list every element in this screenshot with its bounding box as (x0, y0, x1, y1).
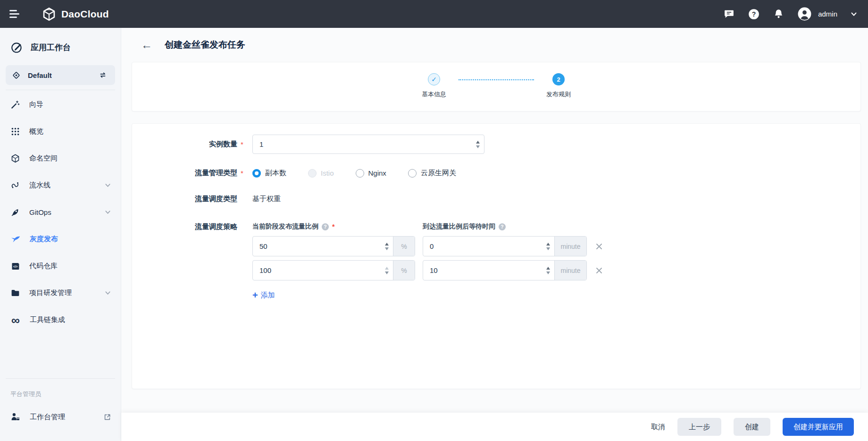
ratio-input[interactable] (253, 261, 381, 280)
user-avatar[interactable] (797, 7, 812, 21)
radio-istio[interactable]: Istio (308, 169, 334, 178)
stepper-down-icon[interactable] (476, 145, 480, 148)
wait-input-group: minute (423, 236, 587, 256)
workspace-name: Default (28, 71, 52, 79)
ratio-column-header: 当前阶段发布流量比例 ? * (252, 222, 415, 231)
number-stepper[interactable] (381, 237, 393, 256)
wait-input-group: minute (423, 260, 587, 280)
stepper-down-icon[interactable] (385, 271, 389, 274)
svg-text:</>: </> (13, 265, 18, 268)
sidebar-item-code-repo[interactable]: </> 代码仓库 (0, 253, 121, 280)
traffic-type-label: 流量管理类型 (132, 169, 237, 178)
schedule-type-value: 基于权重 (252, 195, 281, 204)
svg-text:?: ? (752, 10, 756, 17)
wand-icon (10, 100, 20, 110)
required-asterisk: * (237, 140, 252, 148)
workspace-selector[interactable]: Default (6, 65, 115, 85)
plus-icon: + (252, 290, 258, 300)
external-link-icon[interactable] (103, 413, 111, 421)
policy-table: 当前阶段发布流量比例 ? * 到达流量比例后等待时间 ? (252, 222, 603, 300)
number-stepper[interactable] (472, 135, 484, 153)
page-title: 创建金丝雀发布任务 (165, 39, 245, 51)
ratio-input-group: % (252, 236, 415, 256)
page-header: ← 创建金丝雀发布任务 (121, 28, 868, 62)
radio-icon (408, 169, 417, 178)
help-icon[interactable]: ? (748, 8, 760, 20)
stepper-up-icon[interactable] (385, 243, 389, 246)
remove-row-icon[interactable] (595, 243, 603, 250)
brand-name: DaoCloud (61, 8, 109, 20)
switch-workspace-icon[interactable] (98, 70, 108, 80)
stepper-up-icon[interactable] (546, 267, 550, 270)
stepper-down-icon[interactable] (546, 271, 550, 274)
messages-icon[interactable] (723, 8, 735, 20)
traffic-type-row: 流量管理类型 * 副本数 Istio (132, 169, 860, 178)
topbar: DaoCloud ? (0, 0, 868, 28)
stepper-up-icon[interactable] (385, 267, 389, 270)
schedule-type-label: 流量调度类型 (132, 195, 237, 204)
help-icon[interactable]: ? (499, 223, 506, 230)
number-stepper[interactable] (542, 237, 554, 256)
instance-count-label: 实例数量 (132, 140, 237, 149)
form-card: 实例数量 * 流量管理类型 * (132, 123, 861, 389)
policy-row: % minute (252, 236, 603, 256)
sidebar-item-app-workbench[interactable]: 应用工作台 (0, 28, 121, 63)
stepper-up-icon[interactable] (546, 243, 550, 246)
help-icon[interactable]: ? (322, 223, 329, 230)
create-and-update-button[interactable]: 创建并更新应用 (783, 418, 854, 436)
instance-count-input[interactable] (253, 135, 472, 153)
percent-unit: % (393, 237, 415, 256)
number-stepper[interactable] (381, 261, 393, 280)
radio-nginx[interactable]: Nginx (356, 169, 386, 178)
chevron-down-icon[interactable] (104, 182, 111, 189)
sidebar-item-canary-release[interactable]: 灰度发布 (0, 226, 121, 253)
previous-step-button[interactable]: 上一步 (677, 418, 721, 436)
code-repo-icon: </> (10, 261, 20, 271)
ratio-input[interactable] (253, 237, 381, 256)
user-menu-chevron-icon[interactable] (850, 10, 858, 18)
wait-column-header: 到达流量比例后等待时间 ? (423, 222, 587, 231)
create-button[interactable]: 创建 (734, 418, 770, 436)
wait-input[interactable] (423, 237, 542, 256)
policy-section: 流量调度策略 当前阶段发布流量比例 ? * 到达流量比例后等待时间 (132, 222, 860, 300)
notifications-bell-icon[interactable] (773, 8, 785, 20)
stepper-up-icon[interactable] (476, 141, 480, 144)
radio-replicas[interactable]: 副本数 (252, 169, 286, 178)
remove-row-icon[interactable] (595, 267, 603, 274)
sidebar-item-gitops[interactable]: GitOps (0, 199, 121, 226)
instance-count-input-group (252, 135, 484, 154)
chevron-down-icon[interactable] (104, 289, 111, 297)
schedule-type-row: 流量调度类型 基于权重 (132, 195, 860, 204)
footer-actions: 取消 上一步 创建 创建并更新应用 (121, 413, 868, 441)
number-stepper[interactable] (542, 261, 554, 280)
infinity-icon: ∞ (10, 315, 21, 325)
sidebar-item-toolchain[interactable]: ∞ 工具链集成 (0, 306, 121, 333)
workbench-icon (10, 41, 23, 54)
radio-cloud-native-gateway[interactable]: 云原生网关 (408, 169, 456, 178)
stepper-down-icon[interactable] (385, 247, 389, 250)
sidebar-item-pipeline[interactable]: 流水线 (0, 172, 121, 199)
add-row-button[interactable]: + 添加 (252, 290, 275, 300)
policy-label: 流量调度策略 (132, 222, 237, 231)
wait-input[interactable] (423, 261, 542, 280)
percent-unit: % (393, 261, 415, 280)
menu-toggle-icon[interactable] (9, 10, 22, 18)
chevron-down-icon[interactable] (104, 209, 111, 216)
main-area: ← 创建金丝雀发布任务 ✓ 基本信息 2 (121, 28, 868, 441)
stepper-down-icon[interactable] (546, 247, 550, 250)
sidebar-item-namespace[interactable]: 命名空间 (0, 145, 121, 172)
sidebar-item-project-management[interactable]: 项目研发管理 (0, 280, 121, 306)
sidebar-item-wizard[interactable]: 向导 (0, 91, 121, 118)
folder-icon (10, 288, 20, 298)
back-button[interactable]: ← (141, 39, 152, 51)
step-label: 发布规则 (546, 90, 571, 99)
sidebar-item-workbench-management[interactable]: 工作台管理 (0, 405, 121, 429)
sidebar-item-overview[interactable]: 概览 (0, 118, 121, 145)
sidebar: 应用工作台 Default (0, 28, 121, 441)
step-active-circle: 2 (552, 73, 565, 85)
pipeline-icon (10, 180, 20, 190)
step-done-circle: ✓ (428, 73, 440, 85)
policy-row: % minute (252, 260, 603, 280)
step-connector (459, 79, 534, 80)
cancel-button[interactable]: 取消 (651, 423, 665, 432)
